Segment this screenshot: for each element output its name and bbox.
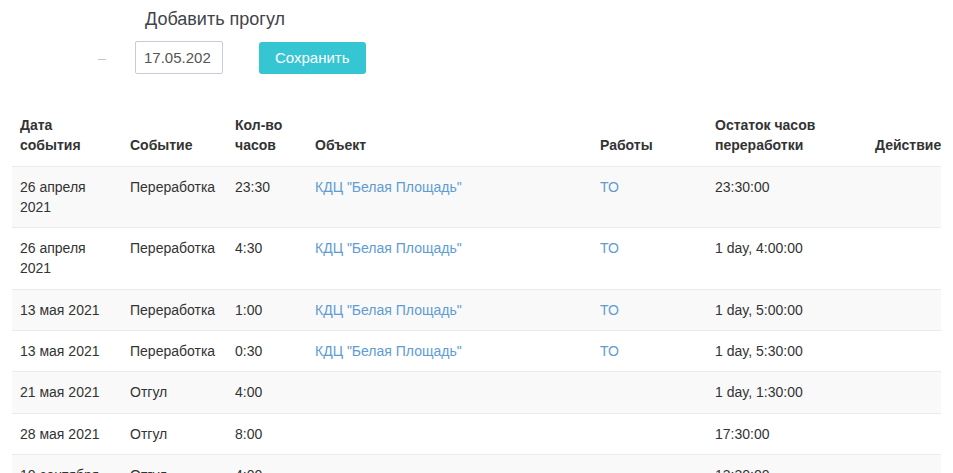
records-table: Дата события Событие Кол-во часов Объект… (12, 107, 941, 473)
cell-event: Переработка (122, 289, 227, 330)
cell-event: Переработка (122, 228, 227, 290)
table-row: 21 мая 2021Отгул4:001 day, 1:30:00 (12, 372, 941, 413)
cell-object-link[interactable]: КДЦ "Белая Площадь" (315, 343, 462, 359)
table-row: 26 апреля 2021Переработка4:30КДЦ "Белая … (12, 228, 941, 290)
cell-works: ТО (592, 166, 707, 228)
table-row: 26 апреля 2021Переработка23:30КДЦ "Белая… (12, 166, 941, 228)
cell-action (867, 413, 941, 454)
cell-action (867, 228, 941, 290)
cell-works-link[interactable]: ТО (600, 240, 619, 256)
add-absence-form: Добавить прогул – Сохранить (0, 0, 953, 74)
cell-works-link[interactable]: ТО (600, 302, 619, 318)
cell-event-date: 26 апреля 2021 (12, 166, 122, 228)
table-row: 10 сентября 2021Отгул4:0013:30:00 (12, 454, 941, 473)
form-row: – Сохранить (0, 41, 953, 74)
cell-remainder: 1 day, 5:00:00 (707, 289, 867, 330)
cell-object (307, 372, 592, 413)
cell-remainder: 1 day, 4:00:00 (707, 228, 867, 290)
cell-works: ТО (592, 228, 707, 290)
cell-event: Отгул (122, 372, 227, 413)
cell-hours: 4:30 (227, 228, 307, 290)
cell-remainder: 23:30:00 (707, 166, 867, 228)
column-header-works: Работы (592, 107, 707, 166)
cell-works-link[interactable]: ТО (600, 343, 619, 359)
cell-event-date: 28 мая 2021 (12, 413, 122, 454)
cell-action (867, 166, 941, 228)
column-header-hours: Кол-во часов (227, 107, 307, 166)
cell-hours: 4:00 (227, 372, 307, 413)
cell-object: КДЦ "Белая Площадь" (307, 331, 592, 372)
cell-event-date: 26 апреля 2021 (12, 228, 122, 290)
cell-hours: 0:30 (227, 331, 307, 372)
cell-object-link[interactable]: КДЦ "Белая Площадь" (315, 302, 462, 318)
form-title: Добавить прогул (145, 9, 953, 30)
column-header-object: Объект (307, 107, 592, 166)
date-input[interactable] (135, 41, 223, 74)
cell-remainder: 13:30:00 (707, 454, 867, 473)
cell-event: Переработка (122, 166, 227, 228)
cell-remainder: 1 day, 1:30:00 (707, 372, 867, 413)
cell-works: ТО (592, 331, 707, 372)
save-button[interactable]: Сохранить (259, 42, 366, 74)
cell-object: КДЦ "Белая Площадь" (307, 228, 592, 290)
cell-hours: 4:00 (227, 454, 307, 473)
cell-event: Отгул (122, 454, 227, 473)
column-header-event-date: Дата события (12, 107, 122, 166)
cell-works-link[interactable]: ТО (600, 179, 619, 195)
table-row: 13 мая 2021Переработка0:30КДЦ "Белая Пло… (12, 331, 941, 372)
cell-hours: 23:30 (227, 166, 307, 228)
cell-object (307, 454, 592, 473)
cell-event-date: 10 сентября 2021 (12, 454, 122, 473)
cell-event: Отгул (122, 413, 227, 454)
cell-object: КДЦ "Белая Площадь" (307, 289, 592, 330)
table-row: 28 мая 2021Отгул8:0017:30:00 (12, 413, 941, 454)
table-header-row: Дата события Событие Кол-во часов Объект… (12, 107, 941, 166)
cell-works (592, 454, 707, 473)
cell-event-date: 13 мая 2021 (12, 289, 122, 330)
cell-event-date: 13 мая 2021 (12, 331, 122, 372)
cell-remainder: 1 day, 5:30:00 (707, 331, 867, 372)
cell-works (592, 413, 707, 454)
cell-hours: 1:00 (227, 289, 307, 330)
cell-event: Переработка (122, 331, 227, 372)
cell-action (867, 372, 941, 413)
cell-works (592, 372, 707, 413)
cell-object-link[interactable]: КДЦ "Белая Площадь" (315, 240, 462, 256)
cell-object (307, 413, 592, 454)
table-body: 26 апреля 2021Переработка23:30КДЦ "Белая… (12, 166, 941, 473)
column-header-event: Событие (122, 107, 227, 166)
cell-action (867, 331, 941, 372)
cell-action (867, 289, 941, 330)
cell-object: КДЦ "Белая Площадь" (307, 166, 592, 228)
column-header-action: Действие (867, 107, 941, 166)
table-row: 13 мая 2021Переработка1:00КДЦ "Белая Пло… (12, 289, 941, 330)
cell-hours: 8:00 (227, 413, 307, 454)
column-header-remainder: Остаток часов переработки (707, 107, 867, 166)
cell-object-link[interactable]: КДЦ "Белая Площадь" (315, 179, 462, 195)
cell-action (867, 454, 941, 473)
cell-works: ТО (592, 289, 707, 330)
cell-remainder: 17:30:00 (707, 413, 867, 454)
cell-event-date: 21 мая 2021 (12, 372, 122, 413)
date-range-dash: – (96, 50, 108, 66)
